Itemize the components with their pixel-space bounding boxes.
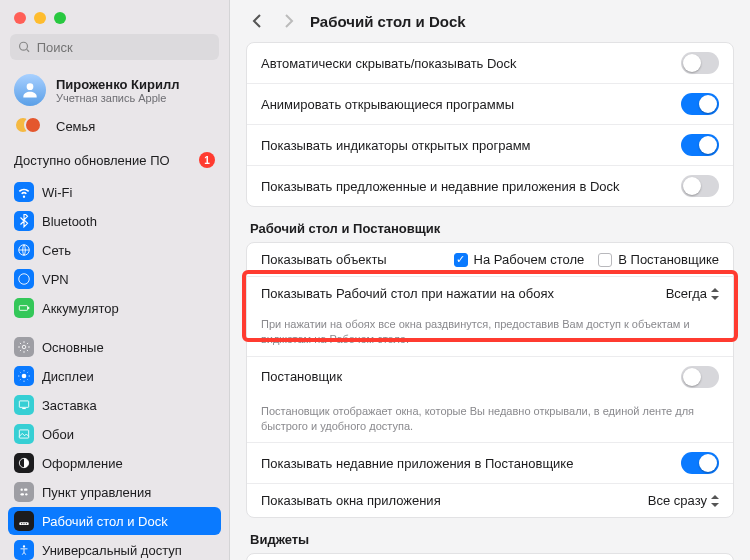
select-value: Всегда <box>666 286 707 301</box>
sidebar-item-control-center[interactable]: Пункт управления <box>8 478 221 506</box>
back-button[interactable] <box>246 10 268 32</box>
control-center-icon <box>14 482 34 502</box>
globe-icon <box>14 240 34 260</box>
sidebar-item-bluetooth[interactable]: Bluetooth <box>8 207 221 235</box>
chevron-updown-icon <box>711 288 719 300</box>
sidebar-items: Wi-Fi Bluetooth Сеть VPN Аккумулятор Осн… <box>0 178 229 560</box>
svg-point-21 <box>23 545 25 547</box>
sidebar-label: Оформление <box>42 456 123 471</box>
row-wallpaper-click: Показывать Рабочий стол при нажатии на о… <box>247 276 733 356</box>
svg-point-18 <box>21 523 22 524</box>
main-pane: Рабочий стол и Dock Автоматически скрыва… <box>230 0 750 560</box>
search-icon <box>18 40 31 54</box>
row-label: Показывать индикаторы открытых программ <box>261 138 531 153</box>
sidebar-label: Пункт управления <box>42 485 151 500</box>
sidebar-item-network[interactable]: Сеть <box>8 236 221 264</box>
bluetooth-icon <box>14 211 34 231</box>
close-button[interactable] <box>14 12 26 24</box>
sidebar-label: Аккумулятор <box>42 301 119 316</box>
svg-point-0 <box>20 42 28 50</box>
desktop-stage-card: Показывать объекты На Рабочем столе В По… <box>246 242 734 518</box>
svg-rect-14 <box>24 489 28 491</box>
toggle-recent-stage[interactable] <box>681 452 719 474</box>
row-recent-stage: Показывать недавние приложения в Постано… <box>247 442 733 483</box>
update-badge: 1 <box>199 152 215 168</box>
row-show-widgets: Показывать виджеты На Рабочем столе В По… <box>247 554 733 560</box>
software-update-row[interactable]: Доступно обновление ПО 1 <box>0 144 229 178</box>
svg-rect-5 <box>19 306 27 311</box>
sidebar-item-vpn[interactable]: VPN <box>8 265 221 293</box>
sidebar-item-desktop-dock[interactable]: Рабочий стол и Dock <box>8 507 221 535</box>
row-recent-dock: Показывать предложенные и недавние прило… <box>247 165 733 206</box>
header: Рабочий стол и Dock <box>230 0 750 42</box>
sidebar-item-wallpaper[interactable]: Обои <box>8 420 221 448</box>
sidebar-item-accessibility[interactable]: Универсальный доступ <box>8 536 221 560</box>
sidebar-item-screensaver[interactable]: Заставка <box>8 391 221 419</box>
sidebar-label: Сеть <box>42 243 71 258</box>
sidebar-item-appearance[interactable]: Оформление <box>8 449 221 477</box>
row-label: Автоматически скрывать/показывать Dock <box>261 56 517 71</box>
toggle-recent-dock[interactable] <box>681 175 719 197</box>
search-input[interactable] <box>37 40 211 55</box>
row-label: Показывать Рабочий стол при нажатии на о… <box>261 286 554 301</box>
select-wallpaper-click[interactable]: Всегда <box>666 286 719 301</box>
row-sublabel: Постановщик отображает окна, которые Вы … <box>261 404 719 434</box>
row-label: Анимировать открывающиеся программы <box>261 97 514 112</box>
minimize-button[interactable] <box>34 12 46 24</box>
dock-settings-card: Автоматически скрывать/показывать Dock А… <box>246 42 734 207</box>
toggle-indicators[interactable] <box>681 134 719 156</box>
svg-rect-9 <box>19 401 28 407</box>
search-field[interactable] <box>10 34 219 60</box>
vpn-icon <box>14 269 34 289</box>
toggle-stage-manager[interactable] <box>681 366 719 388</box>
svg-point-20 <box>26 523 27 524</box>
avatar <box>14 74 46 106</box>
toggle-animate[interactable] <box>681 93 719 115</box>
sidebar-item-battery[interactable]: Аккумулятор <box>8 294 221 322</box>
page-title: Рабочий стол и Dock <box>310 13 466 30</box>
checkbox-on-desktop[interactable]: На Рабочем столе <box>454 252 585 267</box>
display-icon <box>14 366 34 386</box>
select-value: Все сразу <box>648 493 707 508</box>
forward-button[interactable] <box>278 10 300 32</box>
wallpaper-icon <box>14 424 34 444</box>
apple-id-row[interactable]: Пироженко Кирилл Учетная запись Apple <box>0 68 229 112</box>
svg-point-13 <box>21 489 23 491</box>
accessibility-icon <box>14 540 34 560</box>
row-label: Показывать объекты <box>261 252 387 267</box>
svg-point-15 <box>25 493 27 495</box>
section-title-widgets: Виджеты <box>250 532 730 547</box>
sidebar-item-general[interactable]: Основные <box>8 333 221 361</box>
sidebar-label: Универсальный доступ <box>42 543 182 558</box>
wifi-icon <box>14 182 34 202</box>
row-animate: Анимировать открывающиеся программы <box>247 83 733 124</box>
sidebar-label: Bluetooth <box>42 214 97 229</box>
svg-point-19 <box>23 523 24 524</box>
svg-point-8 <box>22 374 27 379</box>
maximize-button[interactable] <box>54 12 66 24</box>
gear-icon <box>14 337 34 357</box>
svg-point-4 <box>19 274 30 285</box>
svg-rect-10 <box>22 408 26 409</box>
sidebar-item-displays[interactable]: Дисплеи <box>8 362 221 390</box>
select-app-windows[interactable]: Все сразу <box>648 493 719 508</box>
row-label: Показывать окна приложения <box>261 493 441 508</box>
row-label: Постановщик <box>261 369 342 384</box>
user-name: Пироженко Кирилл <box>56 77 179 92</box>
svg-rect-16 <box>21 493 25 495</box>
sidebar-label: Основные <box>42 340 104 355</box>
row-show-items: Показывать объекты На Рабочем столе В По… <box>247 243 733 276</box>
svg-point-2 <box>27 83 34 90</box>
widgets-card: Показывать виджеты На Рабочем столе В По… <box>246 553 734 560</box>
sidebar-label: Дисплеи <box>42 369 94 384</box>
checkbox-in-stage[interactable]: В Постановщике <box>598 252 719 267</box>
row-stage-manager: Постановщик Постановщик отображает окна,… <box>247 356 733 443</box>
battery-icon <box>14 298 34 318</box>
row-sublabel: При нажатии на обоях все окна раздвинутс… <box>261 317 719 347</box>
user-sub: Учетная запись Apple <box>56 92 179 104</box>
sidebar-label: Обои <box>42 427 74 442</box>
sidebar-item-wifi[interactable]: Wi-Fi <box>8 178 221 206</box>
family-row[interactable]: Семья <box>0 112 229 144</box>
checkbox-label: На Рабочем столе <box>474 252 585 267</box>
toggle-autohide[interactable] <box>681 52 719 74</box>
